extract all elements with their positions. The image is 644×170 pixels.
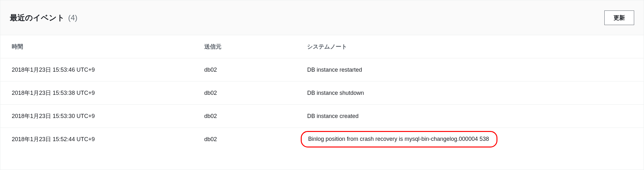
cell-source: db02	[200, 105, 303, 128]
cell-note: DB instance created	[303, 105, 644, 128]
cell-note: Binlog position from crash recovery is m…	[303, 128, 644, 151]
panel-title: 最近のイベント (4)	[10, 13, 77, 23]
events-table: 時間 送信元 システムノート 2018年1月23日 15:53:46 UTC+9…	[0, 35, 644, 151]
cell-note: DB instance shutdown	[303, 82, 644, 105]
column-header-time[interactable]: 時間	[0, 35, 200, 58]
table-row: 2018年1月23日 15:53:30 UTC+9 db02 DB instan…	[0, 105, 644, 128]
table-row: 2018年1月23日 15:52:44 UTC+9 db02 Binlog po…	[0, 128, 644, 151]
highlighted-note: Binlog position from crash recovery is m…	[301, 131, 497, 147]
refresh-button[interactable]: 更新	[604, 10, 634, 25]
panel-event-count: (4)	[68, 13, 77, 22]
table-row: 2018年1月23日 15:53:46 UTC+9 db02 DB instan…	[0, 58, 644, 82]
column-header-source[interactable]: 送信元	[200, 35, 303, 58]
cell-time: 2018年1月23日 15:53:38 UTC+9	[0, 82, 200, 105]
panel-title-text: 最近のイベント	[10, 13, 65, 22]
panel-header: 最近のイベント (4) 更新	[0, 0, 644, 35]
table-row: 2018年1月23日 15:53:38 UTC+9 db02 DB instan…	[0, 82, 644, 105]
cell-source: db02	[200, 82, 303, 105]
cell-time: 2018年1月23日 15:53:46 UTC+9	[0, 58, 200, 82]
cell-time: 2018年1月23日 15:53:30 UTC+9	[0, 105, 200, 128]
column-header-note[interactable]: システムノート	[303, 35, 644, 58]
recent-events-panel: 最近のイベント (4) 更新 時間 送信元 システムノート 2018年1月23日…	[0, 0, 644, 170]
cell-source: db02	[200, 128, 303, 151]
cell-note: DB instance restarted	[303, 58, 644, 82]
cell-time: 2018年1月23日 15:52:44 UTC+9	[0, 128, 200, 151]
cell-source: db02	[200, 58, 303, 82]
table-header-row: 時間 送信元 システムノート	[0, 35, 644, 58]
